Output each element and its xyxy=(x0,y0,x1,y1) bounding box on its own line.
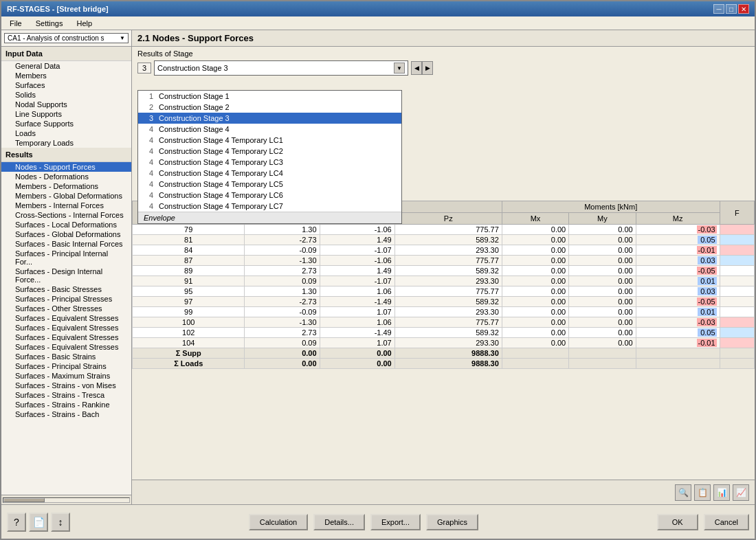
sidebar-item-surfaces-strains-rankine[interactable]: Surfaces - Strains - Rankine xyxy=(1,400,131,409)
sidebar-item-surfaces-strains-bach[interactable]: Surfaces - Strains - Bach xyxy=(1,409,131,419)
sidebar-item-surfaces-maximum-strains[interactable]: Surfaces - Maximum Strains xyxy=(1,371,131,381)
stage-selector-container: 3 Construction Stage 3 ▼ ◀ ▶ 1 Constr xyxy=(132,59,755,77)
dropdown-item-stage4-lc2[interactable]: 4 Construction Stage 4 Temporary LC2 xyxy=(138,146,401,157)
sidebar-item-surfaces-strains-vonmises[interactable]: Surfaces - Strains - von Mises xyxy=(1,381,131,390)
sidebar-item-surfaces-local-deformations[interactable]: Surfaces - Local Deformations xyxy=(1,220,131,229)
stage-dropdown[interactable]: Construction Stage 3 ▼ xyxy=(154,60,408,76)
save-icon-button[interactable]: 📄 xyxy=(29,513,48,532)
stage-selector: 3 Construction Stage 3 ▼ ◀ ▶ xyxy=(132,59,755,77)
sidebar-item-solids[interactable]: Solids xyxy=(1,90,131,100)
sidebar-item-surfaces-equivalent-stresses-4[interactable]: Surfaces - Equivalent Stresses xyxy=(1,342,131,352)
sidebar-item-nodes-support-forces[interactable]: Nodes - Support Forces xyxy=(1,162,131,172)
sidebar-item-members-global-deformations[interactable]: Members - Global Deformations xyxy=(1,191,131,201)
toolbar-icon-3[interactable]: 📊 xyxy=(713,484,730,501)
toolbar-icon-2[interactable]: 📋 xyxy=(694,484,711,501)
analysis-dropdown-value: CA1 - Analysis of construction st... xyxy=(8,34,104,42)
sidebar-item-surfaces-basic-stresses[interactable]: Surfaces - Basic Stresses xyxy=(1,284,131,294)
dropdown-item-stage4-lc1[interactable]: 4 Construction Stage 4 Temporary LC1 xyxy=(138,135,401,146)
table-row: 951.301.06775.770.000.000.03 xyxy=(133,286,755,297)
sidebar-scrollbar-area xyxy=(1,495,131,504)
ok-button[interactable]: OK xyxy=(657,514,698,530)
sidebar-item-cross-sections-internal-forces[interactable]: Cross-Sections - Internal Forces xyxy=(1,210,131,220)
table-row: 84-0.09-1.07293.300.000.00-0.01 xyxy=(133,245,755,256)
col-header-mz: Mz xyxy=(636,213,720,225)
graphics-button[interactable]: Graphics xyxy=(426,514,478,530)
table-row: 892.731.49589.320.000.00-0.05 xyxy=(133,266,755,276)
dropdown-item-envelope[interactable]: Envelope xyxy=(138,212,401,223)
content-area: 2.1 Nodes - Support Forces Results of St… xyxy=(132,30,755,504)
menu-settings[interactable]: Settings xyxy=(30,19,69,28)
analysis-dropdown-arrow-icon: ▼ xyxy=(120,35,125,41)
sidebar-item-members-deformations[interactable]: Members - Deformations xyxy=(1,181,131,191)
dropdown-item-stage4-lc4[interactable]: 4 Construction Stage 4 Temporary LC4 xyxy=(138,168,401,179)
col-header-pz: Pz xyxy=(394,213,502,225)
sidebar-scroll[interactable]: Input Data General Data Members Surfaces… xyxy=(1,47,131,495)
reload-icon-button[interactable]: ↕ xyxy=(51,513,70,532)
sidebar-item-loads[interactable]: Loads xyxy=(1,128,131,138)
minimize-button[interactable]: ─ xyxy=(713,4,724,14)
dropdown-item-stage4-lc7[interactable]: 4 Construction Stage 4 Temporary LC7 xyxy=(138,201,401,212)
toolbar-icon-1[interactable]: 🔍 xyxy=(675,484,691,501)
toolbar-icon-4[interactable]: 📈 xyxy=(733,484,749,501)
sidebar-item-surfaces-equivalent-stresses-2[interactable]: Surfaces - Equivalent Stresses xyxy=(1,323,131,333)
col-header-mx: Mx xyxy=(502,213,568,225)
footer-center: Calculation Details... Export... Graphic… xyxy=(76,514,652,530)
sidebar-item-nodes-deformations[interactable]: Nodes - Deformations xyxy=(1,172,131,181)
content-header: 2.1 Nodes - Support Forces xyxy=(132,30,755,47)
title-bar: RF-STAGES - [Street bridge] ─ □ ✕ xyxy=(1,1,755,16)
sidebar-item-surfaces-global-deformations[interactable]: Surfaces - Global Deformations xyxy=(1,229,131,239)
analysis-dropdown[interactable]: CA1 - Analysis of construction st... ▼ xyxy=(4,33,129,43)
calculation-button[interactable]: Calculation xyxy=(249,514,308,530)
details-button[interactable]: Details... xyxy=(313,514,365,530)
table-row: 100-1.301.06775.770.000.00-0.03 xyxy=(133,317,755,328)
sidebar-item-temporary-loads[interactable]: Temporary Loads xyxy=(1,138,131,148)
sidebar-item-surfaces-equivalent-stresses-3[interactable]: Surfaces - Equivalent Stresses xyxy=(1,333,131,342)
window-controls: ─ □ ✕ xyxy=(713,4,749,14)
table-row: 99-0.091.07293.300.000.000.01 xyxy=(133,307,755,317)
footer: ? 📄 ↕ Calculation Details... Export... G… xyxy=(1,504,755,539)
sidebar-item-surfaces-strains-tresca[interactable]: Surfaces - Strains - Tresca xyxy=(1,390,131,400)
summary-row: Σ Loads0.000.009888.30 xyxy=(133,359,755,369)
footer-left: ? 📄 ↕ xyxy=(7,513,70,532)
table-row: 791.30-1.06775.770.000.00-0.03 xyxy=(133,225,755,235)
window-title: RF-STAGES - [Street bridge] xyxy=(7,5,109,13)
dropdown-item-stage4-lc3[interactable]: 4 Construction Stage 4 Temporary LC3 xyxy=(138,157,401,168)
menu-help[interactable]: Help xyxy=(71,19,98,28)
cancel-button[interactable]: Cancel xyxy=(704,514,749,530)
stage-next-button[interactable]: ▶ xyxy=(422,61,433,75)
sidebar-item-surfaces[interactable]: Surfaces xyxy=(1,80,131,90)
sidebar-item-surfaces-principal-stresses[interactable]: Surfaces - Principal Stresses xyxy=(1,294,131,304)
sidebar-item-line-supports[interactable]: Line Supports xyxy=(1,109,131,119)
help-icon-button[interactable]: ? xyxy=(7,513,26,532)
export-button[interactable]: Export... xyxy=(370,514,421,530)
col-header-my: My xyxy=(569,213,636,225)
maximize-button[interactable]: □ xyxy=(726,4,737,14)
sidebar-scrollbar[interactable] xyxy=(3,497,130,503)
sidebar-item-surfaces-basic-internal-forces[interactable]: Surfaces - Basic Internal Forces xyxy=(1,239,131,249)
dropdown-item-stage4[interactable]: 4 Construction Stage 4 xyxy=(138,124,401,135)
close-button[interactable]: ✕ xyxy=(738,4,749,14)
sidebar-item-surfaces-design-internal-forces[interactable]: Surfaces - Design Internal Force... xyxy=(1,267,131,284)
sidebar-item-surfaces-principal-internal-forces[interactable]: Surfaces - Principal Internal For... xyxy=(1,249,131,267)
results-table-container[interactable]: Node Forces [kN] Moments [kNm] F Px Py P… xyxy=(132,201,755,480)
stage-prev-button[interactable]: ◀ xyxy=(411,61,422,75)
dropdown-item-stage4-lc6[interactable]: 4 Construction Stage 4 Temporary LC6 xyxy=(138,190,401,201)
sidebar-item-members-internal-forces[interactable]: Members - Internal Forces xyxy=(1,201,131,210)
sidebar-scrollbar-thumb[interactable] xyxy=(3,498,45,502)
dropdown-item-stage2[interactable]: 2 Construction Stage 2 xyxy=(138,102,401,113)
sidebar-item-nodal-supports[interactable]: Nodal Supports xyxy=(1,100,131,109)
stage-nav: ◀ ▶ xyxy=(411,61,433,75)
table-row: 910.09-1.07293.300.000.000.01 xyxy=(133,276,755,286)
sidebar-item-general-data[interactable]: General Data xyxy=(1,61,131,71)
sidebar-item-surfaces-principal-strains[interactable]: Surfaces - Principal Strains xyxy=(1,361,131,371)
sidebar-item-surfaces-other-stresses[interactable]: Surfaces - Other Stresses xyxy=(1,304,131,313)
sidebar-item-members[interactable]: Members xyxy=(1,71,131,80)
menu-file[interactable]: File xyxy=(4,19,27,28)
sidebar-item-surface-supports[interactable]: Surface Supports xyxy=(1,119,131,128)
dropdown-item-stage4-lc5[interactable]: 4 Construction Stage 4 Temporary LC5 xyxy=(138,179,401,190)
dropdown-item-stage1[interactable]: 1 Construction Stage 1 xyxy=(138,91,401,102)
sidebar-item-surfaces-equivalent-stresses-1[interactable]: Surfaces - Equivalent Stresses xyxy=(1,313,131,323)
dropdown-item-stage3[interactable]: 3 Construction Stage 3 xyxy=(138,113,401,124)
stage-dropdown-text: Construction Stage 3 xyxy=(157,64,394,72)
sidebar-item-surfaces-basic-strains[interactable]: Surfaces - Basic Strains xyxy=(1,352,131,361)
